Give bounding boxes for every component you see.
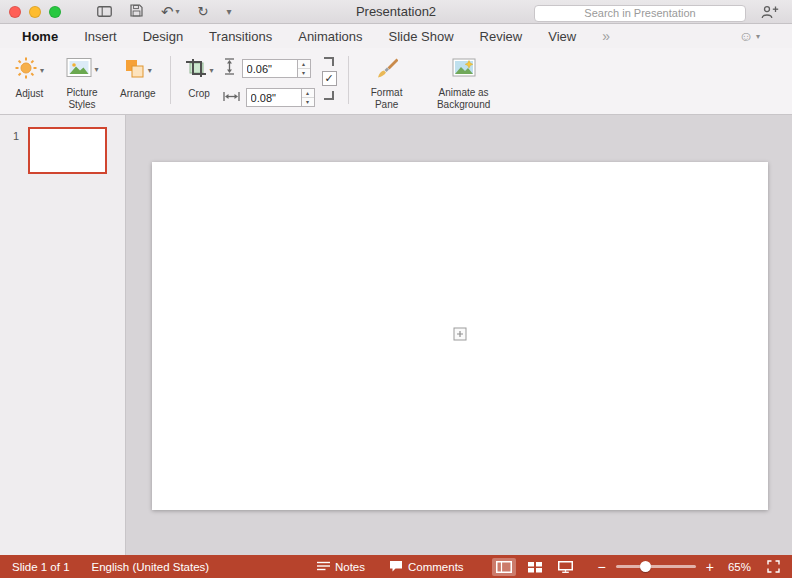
canvas-area <box>126 115 792 555</box>
minimize-window-button[interactable] <box>29 6 41 18</box>
crop-height-stepper[interactable]: ▴ ▾ <box>298 59 311 78</box>
tab-view[interactable]: View <box>548 29 576 44</box>
crop-width-stepper[interactable]: ▴ ▾ <box>302 88 315 107</box>
format-pane-brush-icon <box>376 57 398 83</box>
corner-bottom-right-icon[interactable] <box>324 91 334 100</box>
zoom-level[interactable]: 65% <box>728 561 751 573</box>
view-switcher <box>492 558 578 576</box>
slide-canvas[interactable] <box>152 162 768 510</box>
tab-overflow-chevron-icon[interactable]: » <box>602 28 610 44</box>
comments-button[interactable]: Comments <box>389 560 464 574</box>
status-bar: Slide 1 of 1 English (United States) Not… <box>0 555 792 578</box>
notes-label: Notes <box>335 561 365 573</box>
powerpoint-window: ↶ ▾ ↻ ▾ Presentation2 Home Insert Design… <box>0 0 792 578</box>
crop-size-fields: ▴ ▾ ▴ ▾ <box>223 48 315 114</box>
slide-sorter-view-button[interactable] <box>523 558 547 576</box>
tab-slide-show[interactable]: Slide Show <box>389 29 454 44</box>
arrange-caret-icon: ▾ <box>148 66 152 75</box>
notes-button[interactable]: Notes <box>317 560 365 574</box>
tab-transitions[interactable]: Transitions <box>209 29 272 44</box>
crop-checkbox[interactable]: ✓ <box>322 71 337 86</box>
adjust-caret-icon: ▾ <box>40 66 44 75</box>
comments-icon <box>389 560 403 574</box>
crop-width-icon <box>223 89 240 107</box>
crop-icon <box>185 58 207 82</box>
animate-as-background-button[interactable]: Animate as Background <box>418 48 510 114</box>
slide-thumbnail-panel: 1 <box>0 115 126 555</box>
adjust-button[interactable]: ▾ Adjust <box>8 48 51 114</box>
picture-styles-icon <box>66 57 92 82</box>
titlebar-toolbar: ↶ ▾ ↻ ▾ <box>97 3 232 21</box>
zoom-out-icon[interactable]: − <box>598 560 606 574</box>
normal-view-button[interactable] <box>492 558 516 576</box>
undo-caret-icon[interactable]: ▾ <box>176 7 180 16</box>
crop-label: Crop <box>188 88 210 100</box>
slide-number: 1 <box>13 130 19 142</box>
animate-as-background-label: Animate as Background <box>425 87 503 111</box>
undo-button[interactable]: ↶ ▾ <box>161 4 180 19</box>
titlebar: ↶ ▾ ↻ ▾ Presentation2 <box>0 0 792 24</box>
ribbon: ▾ Adjust ▾ Picture Styles ▾ Arrange <box>0 48 792 115</box>
tab-review[interactable]: Review <box>480 29 523 44</box>
adjust-label: Adjust <box>16 88 44 100</box>
share-icon[interactable] <box>761 5 779 23</box>
arrange-icon <box>124 58 145 82</box>
animate-as-background-icon <box>452 57 476 82</box>
slide-thumbnail[interactable] <box>28 127 107 174</box>
customize-toolbar-chevron-icon[interactable]: ▾ <box>227 6 232 17</box>
crop-caret-icon: ▾ <box>210 66 214 75</box>
redo-icon[interactable]: ↻ <box>198 5 209 18</box>
feedback-smiley-button[interactable]: ☺ ▾ <box>739 29 760 43</box>
smiley-icon: ☺ <box>739 29 753 43</box>
slide-show-view-button[interactable] <box>554 558 578 576</box>
zoom-controls: − + <box>598 560 714 574</box>
crop-height-icon <box>223 58 236 79</box>
picture-styles-label: Picture Styles <box>58 87 106 111</box>
fit-slide-to-window-icon[interactable] <box>767 560 780 573</box>
picture-styles-caret-icon: ▾ <box>95 65 99 74</box>
ribbon-separator <box>170 56 171 104</box>
comments-label: Comments <box>408 561 464 573</box>
format-pane-button[interactable]: Format Pane <box>356 48 418 114</box>
crop-options: ✓ <box>322 48 337 114</box>
arrange-label: Arrange <box>120 88 156 100</box>
adjust-sun-icon <box>15 57 37 83</box>
picture-styles-button[interactable]: ▾ Picture Styles <box>51 48 113 114</box>
tab-home[interactable]: Home <box>22 29 58 44</box>
check-icon: ✓ <box>325 72 334 85</box>
ribbon-tab-bar: Home Insert Design Transitions Animation… <box>0 24 792 48</box>
crop-height-input[interactable] <box>242 59 298 78</box>
search-input[interactable] <box>534 5 746 22</box>
language-button[interactable]: English (United States) <box>92 561 210 573</box>
zoom-slider-thumb[interactable] <box>640 561 651 572</box>
tab-design[interactable]: Design <box>143 29 183 44</box>
crop-button[interactable]: ▾ Crop <box>178 48 221 114</box>
tab-animations[interactable]: Animations <box>298 29 362 44</box>
format-pane-label: Format Pane <box>363 87 411 111</box>
stepper-up-icon[interactable]: ▴ <box>298 60 310 69</box>
traffic-lights <box>9 6 61 18</box>
ribbon-separator <box>348 56 349 104</box>
workspace: 1 <box>0 115 792 555</box>
save-icon[interactable] <box>130 3 143 21</box>
zoom-window-button[interactable] <box>49 6 61 18</box>
zoom-slider[interactable] <box>616 561 696 572</box>
corner-top-right-icon[interactable] <box>324 57 334 66</box>
undo-icon: ↶ <box>161 4 174 19</box>
stepper-down-icon[interactable]: ▾ <box>298 69 310 77</box>
stepper-down-icon[interactable]: ▾ <box>302 98 314 106</box>
zoom-slider-track[interactable] <box>616 565 696 568</box>
stepper-up-icon[interactable]: ▴ <box>302 89 314 98</box>
crop-width-input[interactable] <box>246 88 302 107</box>
slide-indicator: Slide 1 of 1 <box>12 561 70 573</box>
zoom-in-icon[interactable]: + <box>706 560 714 574</box>
sidebar-toggle-icon[interactable] <box>97 3 112 21</box>
close-window-button[interactable] <box>9 6 21 18</box>
tab-insert[interactable]: Insert <box>84 29 117 44</box>
arrange-button[interactable]: ▾ Arrange <box>113 48 163 114</box>
notes-icon <box>317 560 330 574</box>
smiley-caret-icon: ▾ <box>756 32 760 41</box>
picture-placeholder-icon <box>453 327 468 346</box>
